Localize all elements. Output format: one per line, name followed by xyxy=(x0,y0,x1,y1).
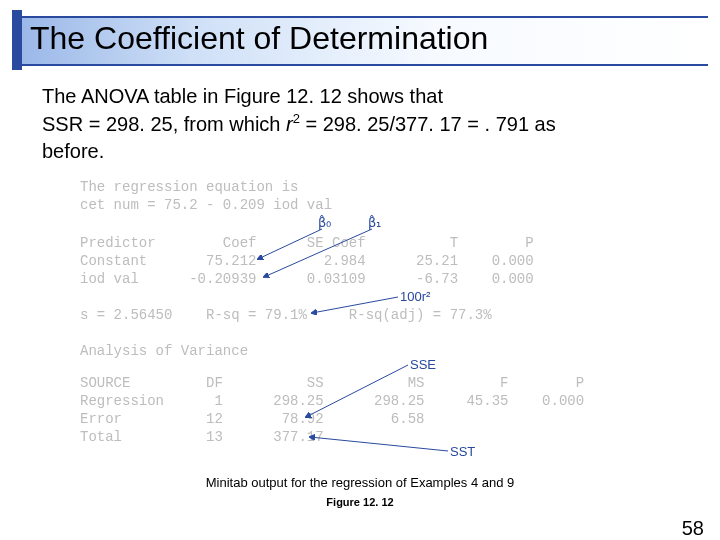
body-line-1: The ANOVA table in Figure 12. 12 shows t… xyxy=(42,85,443,107)
svg-line-4 xyxy=(310,437,448,451)
body-paragraph: The ANOVA table in Figure 12. 12 shows t… xyxy=(0,71,720,169)
body-r-symbol: r xyxy=(286,113,293,135)
figure-label: Figure 12. 12 xyxy=(0,496,720,508)
svg-line-2 xyxy=(312,297,398,313)
minitab-output: The regression equation is cet num = 75.… xyxy=(80,179,640,469)
svg-line-3 xyxy=(306,365,408,417)
body-line-2b: = 298. 25/377. 17 = . 791 as xyxy=(300,113,556,135)
page-number: 58 xyxy=(682,517,704,540)
figure-caption: Minitab output for the regression of Exa… xyxy=(0,475,720,490)
body-line-2a: SSR = 298. 25, from which xyxy=(42,113,286,135)
slide-title: The Coefficient of Determination xyxy=(12,10,708,65)
title-block: The Coefficient of Determination xyxy=(12,10,708,65)
body-r-sup: 2 xyxy=(293,111,300,126)
svg-line-0 xyxy=(258,229,322,259)
annotation-arrows xyxy=(80,179,640,469)
body-line-3: before. xyxy=(42,140,104,162)
svg-line-1 xyxy=(264,229,372,277)
